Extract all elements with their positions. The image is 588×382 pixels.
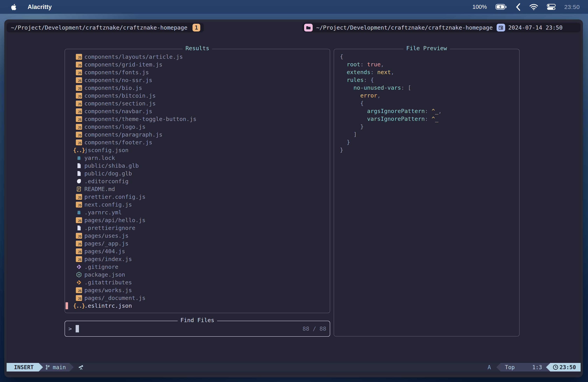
file-row[interactable]: JSpages/404.js [65,247,330,255]
scroll-position: Top [505,364,515,371]
right-path-text: ~/Project/Development/craftznake/craftzn… [316,24,493,31]
file-row[interactable]: JScomponents/layouts/article.js [65,53,330,61]
file-row[interactable]: JScomponents/bio.js [65,84,330,92]
file-row[interactable]: JSnext.config.js [65,201,330,209]
git-branch-segment[interactable]: main [43,363,69,371]
file-row[interactable]: JScomponents/section.js [65,100,330,107]
js-icon: JS [76,194,82,200]
js-icon: JS [76,116,82,122]
file-row[interactable]: JScomponents/grid-item.js [65,61,330,68]
results-list: JScomponents/layouts/article.jsJScompone… [65,53,330,310]
menu-bar-clock[interactable]: 23:50 [564,4,580,10]
file-row[interactable]: {..}jsconfig.json [65,146,330,154]
file-name: pages/works.js [84,287,132,294]
file-row[interactable]: JScomponents/paragraph.js [65,131,330,138]
file-row[interactable]: JSpages/uses.js [65,232,330,240]
file-row[interactable]: README.md [65,185,330,193]
file-row[interactable]: JSpages/works.js [65,286,330,294]
powerline-separator [39,363,43,371]
code-line: no-unused-vars: [ [340,84,442,92]
file-name: components/paragraph.js [84,131,163,138]
file-name: .prettierignore [84,225,135,231]
file-row[interactable]: public/shiba.glb [65,162,330,170]
js-icon: JS [76,202,82,208]
code-line: } [340,123,442,130]
file-name: pages/index.js [84,256,132,262]
file-name: pages/_app.js [84,240,128,247]
node-icon: JS [76,272,82,278]
file-row[interactable]: JScomponents/theme-toggle-button.js [65,115,330,123]
clock-icon [553,364,558,370]
code-line: { [340,53,442,61]
js-icon: JS [76,132,82,138]
chevron-left-icon[interactable] [516,3,521,11]
file-row[interactable]: JSpackage.json [65,271,330,278]
file-row[interactable]: {..}.eslintrc.json [65,302,330,310]
code-line: extends: next, [340,68,442,76]
js-icon: JS [76,124,82,130]
file-name: components/footer.js [84,139,152,146]
active-app-name[interactable]: Alacritty [28,3,52,11]
json-icon: {..} [76,303,82,309]
powerline-separator [69,363,74,371]
file-name: next.config.js [84,201,132,208]
file-name: components/navbar.js [84,108,152,115]
file-name: .eslintrc.json [84,302,132,309]
keyboard-layout-indicator: A [482,363,496,371]
file-row[interactable]: .editorconfig [65,177,330,185]
code-line: argsIgnorePattern: ^_, [340,107,442,115]
file-name: prettier.config.js [84,193,146,200]
code-line: varsIgnorePattern: ^_ [340,115,442,123]
yarn-icon [76,209,82,215]
js-icon: JS [76,217,82,223]
git-icon [76,279,82,286]
file-name: public/dog.glb [84,170,132,177]
file-name: yarn.lock [84,155,115,161]
control-center-icon[interactable] [547,4,556,10]
file-row[interactable]: JScomponents/footer.js [65,138,330,146]
file-row[interactable]: JSprettier.config.js [65,193,330,201]
file-name: pages/api/hello.js [84,217,146,223]
file-row[interactable]: JSpages/_app.js [65,240,330,247]
file-row[interactable]: JSpages/index.js [65,255,330,263]
file-row[interactable]: JScomponents/bitcoin.js [65,92,330,100]
wifi-icon[interactable] [529,3,538,11]
file-row[interactable]: JScomponents/fonts.js [65,68,330,76]
file-name: public/shiba.glb [84,162,139,169]
file-row[interactable]: JScomponents/no-ssr.js [65,76,330,84]
battery-charging-icon[interactable] [495,4,507,10]
find-files-panel[interactable]: Find Files > 88 / 88 [64,321,330,337]
statusline: INSERT main A Top 1:3 [7,363,581,371]
json-icon: {..} [76,147,82,153]
find-input[interactable]: > 88 / 88 [68,321,326,336]
terminal-content: ~/Project/Development/craftznake/craftzn… [7,22,581,375]
file-row[interactable]: JSpages/_document.js [65,294,330,302]
statusline-clock: 23:50 [560,364,576,371]
js-icon: JS [76,287,82,293]
file-preview-title: File Preview [403,45,450,52]
js-icon: JS [76,256,82,262]
file-row[interactable]: JSpages/api/hello.js [65,216,330,224]
file-name: .editorconfig [84,178,128,185]
file-name: .gitattributes [84,279,132,286]
selection-indicator [65,302,68,309]
datetime-text: 2024-07-14 23:50 [508,24,563,31]
file-row[interactable]: .gitattributes [65,278,330,286]
file-row[interactable]: .yarnrc.yml [65,209,330,216]
file-name: pages/uses.js [84,233,128,239]
file-row[interactable]: .prettierignore [65,224,330,232]
file-row[interactable]: yarn.lock [65,154,330,162]
file-preview-panel: File Preview { root: true, extends: next… [334,49,520,337]
file-row[interactable]: .gitignore [65,263,330,271]
file-name: components/grid-item.js [84,61,163,68]
file-name: components/no-ssr.js [84,77,152,84]
tmux-window-index-badge: 1 [192,24,200,32]
apple-menu-icon[interactable] [10,3,19,11]
file-row[interactable]: JScomponents/navbar.js [65,107,330,115]
tmux-session-path[interactable]: ~/Project/Development/craftznake/craftzn… [7,23,204,32]
file-row[interactable]: JScomponents/logo.js [65,123,330,131]
file-row[interactable]: public/dog.glb [65,170,330,177]
terminal-window: ~/Project/Development/craftznake/craftzn… [4,20,583,377]
results-title: Results [183,45,212,52]
file-icon [76,163,82,169]
